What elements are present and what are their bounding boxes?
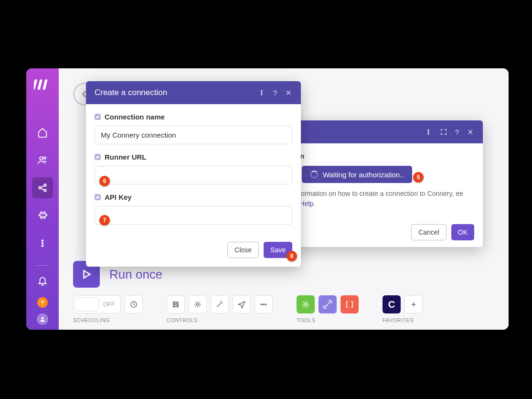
nav-more[interactable] xyxy=(32,233,53,254)
clock-icon xyxy=(129,300,138,309)
more-vert-icon[interactable] xyxy=(258,89,266,97)
wand-icon xyxy=(215,300,224,309)
svg-point-22 xyxy=(305,303,307,306)
nav-users[interactable] xyxy=(32,150,53,171)
cancel-button[interactable]: Cancel xyxy=(411,224,447,240)
play-icon xyxy=(80,268,93,280)
favorite-c[interactable]: C xyxy=(383,295,401,313)
more-vert-icon[interactable] xyxy=(425,128,432,136)
bell-icon xyxy=(37,276,48,286)
close-button[interactable]: Close xyxy=(227,242,259,258)
check-icon xyxy=(95,154,101,160)
save-icon xyxy=(171,300,180,309)
help-icon[interactable]: ? xyxy=(273,89,277,97)
svg-point-13 xyxy=(42,317,44,320)
nav-home[interactable] xyxy=(32,122,53,143)
favorites-label: FAVORITES xyxy=(383,317,423,323)
brackets-icon xyxy=(345,300,354,309)
svg-rect-17 xyxy=(174,305,177,307)
nav-puzzle[interactable] xyxy=(32,205,53,226)
svg-point-26 xyxy=(261,90,262,91)
svg-point-20 xyxy=(263,304,264,305)
user-icon xyxy=(39,315,46,323)
help-icon[interactable]: ? xyxy=(455,128,459,136)
svg-rect-0 xyxy=(34,79,37,90)
tools-label: TOOLS xyxy=(297,317,359,323)
scheduling-toggle[interactable]: OFF xyxy=(73,295,121,313)
svg-point-10 xyxy=(42,240,43,241)
svg-line-9 xyxy=(41,188,44,190)
api-key-input[interactable] xyxy=(95,206,292,225)
bottom-bar: Run once OFF SCHEDULING xyxy=(73,261,494,323)
spinner-icon xyxy=(310,171,318,178)
share-icon xyxy=(37,183,48,193)
create-connection-header: Create a connection ? xyxy=(86,81,301,104)
field-connection-name: Connection name xyxy=(95,113,292,144)
check-icon xyxy=(95,194,101,200)
waiting-auth-button[interactable]: Waiting for authorization.. xyxy=(302,166,413,183)
schedule-clock[interactable] xyxy=(125,295,143,313)
controls-group: CONTROLS xyxy=(167,295,273,323)
tool-purple[interactable] xyxy=(319,295,337,313)
svg-marker-14 xyxy=(84,270,90,278)
svg-rect-16 xyxy=(174,302,177,304)
scheduling-group: OFF SCHEDULING xyxy=(73,295,143,323)
controls-label: CONTROLS xyxy=(167,317,273,323)
nav-bell[interactable] xyxy=(32,270,53,291)
svg-point-28 xyxy=(261,94,262,95)
ok-button[interactable]: OK xyxy=(451,224,474,240)
control-plane[interactable] xyxy=(233,295,251,313)
close-icon[interactable] xyxy=(467,128,474,136)
wrench-icon xyxy=(323,300,332,309)
dots-icon xyxy=(259,300,268,309)
toggle-knob xyxy=(75,297,99,312)
svg-rect-1 xyxy=(37,79,43,90)
logo xyxy=(34,76,51,93)
svg-point-3 xyxy=(40,157,43,160)
control-wand[interactable] xyxy=(211,295,229,313)
create-connection-body: Connection name Runner URL API Key xyxy=(86,104,301,236)
annotation-5: 5 xyxy=(413,172,424,183)
toggle-off-label: OFF xyxy=(99,301,119,308)
connection-name-label: Connection name xyxy=(105,113,165,121)
svg-line-8 xyxy=(41,185,44,187)
sidebar: ? xyxy=(26,68,59,330)
runner-url-input[interactable] xyxy=(95,166,292,184)
field-api-key: API Key xyxy=(95,193,292,225)
connection-name-input[interactable] xyxy=(95,126,292,144)
svg-point-24 xyxy=(428,131,429,132)
help-badge[interactable]: ? xyxy=(37,297,48,308)
svg-point-18 xyxy=(197,303,199,306)
close-icon[interactable] xyxy=(285,89,292,97)
users-icon xyxy=(37,155,48,165)
control-settings[interactable] xyxy=(189,295,207,313)
toolbar-row: OFF SCHEDULING xyxy=(73,295,494,323)
svg-point-23 xyxy=(428,129,429,130)
favorite-add[interactable] xyxy=(404,295,423,313)
nav-divider xyxy=(36,265,49,266)
svg-point-19 xyxy=(261,304,262,305)
svg-point-25 xyxy=(428,133,429,134)
api-key-label: API Key xyxy=(105,193,132,201)
tool-orange[interactable] xyxy=(340,295,359,313)
control-more[interactable] xyxy=(255,295,273,313)
connery-modal-actions: ? xyxy=(425,128,474,136)
svg-point-21 xyxy=(265,304,266,305)
run-label: Run once xyxy=(109,267,162,282)
cog-icon xyxy=(301,300,310,309)
annotation-8: 8 xyxy=(287,251,297,261)
control-save[interactable] xyxy=(167,295,185,313)
tools-group: TOOLS xyxy=(297,295,359,323)
create-connection-modal: Create a connection ? Connection name Ru… xyxy=(86,81,301,267)
favorites-group: C FAVORITES xyxy=(383,295,423,323)
check-icon xyxy=(95,114,101,120)
nav-bottom: ? xyxy=(32,270,53,330)
expand-icon[interactable] xyxy=(440,128,447,136)
annotation-7: 7 xyxy=(99,215,110,226)
avatar[interactable] xyxy=(37,313,48,325)
svg-point-12 xyxy=(42,245,43,247)
tool-green[interactable] xyxy=(297,295,315,313)
nav-share[interactable] xyxy=(32,177,53,198)
create-connection-footer: Close Save xyxy=(86,236,301,267)
runner-url-label: Runner URL xyxy=(105,153,147,161)
